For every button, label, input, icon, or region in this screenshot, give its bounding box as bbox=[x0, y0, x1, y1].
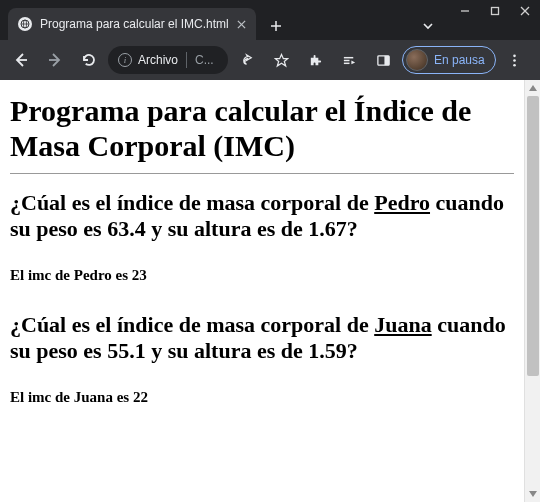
omnibox-separator bbox=[186, 52, 187, 68]
svg-marker-23 bbox=[529, 85, 537, 91]
browser-tab[interactable]: Programa para calcular el IMC.html bbox=[8, 8, 256, 40]
address-bar[interactable]: i Archivo C... bbox=[108, 46, 228, 74]
r-text: es bbox=[113, 389, 133, 405]
profile-status-label: En pausa bbox=[434, 53, 485, 67]
forward-button[interactable] bbox=[40, 45, 70, 75]
back-button[interactable] bbox=[6, 45, 36, 75]
q-text: ¿Cúal es el índice de masa corporal de bbox=[10, 312, 374, 337]
q-text: ¿Cúal es el índice de masa corporal de bbox=[10, 190, 374, 215]
profile-chip[interactable]: En pausa bbox=[402, 46, 496, 74]
svg-point-22 bbox=[513, 63, 516, 66]
q-name: Pedro bbox=[374, 190, 430, 215]
q-height: 1.67 bbox=[308, 216, 347, 241]
r-imc: 23 bbox=[132, 267, 147, 283]
extensions-button[interactable] bbox=[300, 45, 330, 75]
q-text: ? bbox=[347, 216, 358, 241]
content-viewport: Programa para calcular el Índice de Masa… bbox=[0, 80, 540, 502]
tab-close-button[interactable] bbox=[237, 20, 246, 29]
share-button[interactable] bbox=[232, 45, 262, 75]
url-scheme: Archivo bbox=[138, 53, 178, 67]
scroll-up-arrow-icon[interactable] bbox=[525, 80, 540, 96]
reload-button[interactable] bbox=[74, 45, 104, 75]
svg-marker-24 bbox=[529, 491, 537, 497]
q-weight: 55.1 bbox=[107, 338, 146, 363]
r-text: es bbox=[112, 267, 132, 283]
q-text: y su altura es de bbox=[146, 338, 309, 363]
window-controls bbox=[450, 0, 540, 22]
svg-rect-1 bbox=[492, 8, 499, 15]
svg-rect-19 bbox=[384, 55, 389, 64]
r-text: El imc de bbox=[10, 389, 74, 405]
vertical-scrollbar[interactable] bbox=[524, 80, 540, 502]
r-imc: 22 bbox=[133, 389, 148, 405]
new-tab-button[interactable] bbox=[262, 12, 290, 40]
profile-avatar-icon bbox=[406, 49, 428, 71]
r-text: El imc de bbox=[10, 267, 74, 283]
q-height: 1.59 bbox=[308, 338, 347, 363]
window-maximize-button[interactable] bbox=[480, 0, 510, 22]
window-minimize-button[interactable] bbox=[450, 0, 480, 22]
q-text: y su altura es de bbox=[146, 216, 309, 241]
page-title: Programa para calcular el Índice de Masa… bbox=[10, 94, 514, 163]
svg-marker-17 bbox=[351, 60, 355, 64]
divider bbox=[10, 173, 514, 174]
result-juana: El imc de Juana es 22 bbox=[10, 389, 514, 406]
globe-favicon-icon bbox=[18, 17, 32, 31]
r-name: Juana bbox=[74, 389, 113, 405]
media-control-button[interactable] bbox=[334, 45, 364, 75]
tab-search-dropdown-button[interactable] bbox=[414, 12, 442, 40]
result-pedro: El imc de Pedro es 23 bbox=[10, 267, 514, 284]
browser-menu-button[interactable] bbox=[500, 45, 530, 75]
scroll-thumb[interactable] bbox=[527, 96, 539, 376]
svg-marker-13 bbox=[275, 54, 287, 66]
window-close-button[interactable] bbox=[510, 0, 540, 22]
q-weight: 63.4 bbox=[107, 216, 146, 241]
browser-toolbar: i Archivo C... En pausa bbox=[0, 40, 540, 80]
url-path: C... bbox=[195, 53, 218, 67]
question-juana: ¿Cúal es el índice de masa corporal de J… bbox=[10, 312, 514, 365]
page-body: Programa para calcular el Índice de Masa… bbox=[0, 80, 524, 502]
tab-title: Programa para calcular el IMC.html bbox=[40, 17, 229, 31]
svg-point-20 bbox=[513, 54, 516, 57]
svg-point-21 bbox=[513, 59, 516, 62]
question-pedro: ¿Cúal es el índice de masa corporal de P… bbox=[10, 190, 514, 243]
side-panel-button[interactable] bbox=[368, 45, 398, 75]
bookmark-button[interactable] bbox=[266, 45, 296, 75]
q-text: ? bbox=[347, 338, 358, 363]
site-info-icon[interactable]: i bbox=[118, 53, 132, 67]
scroll-down-arrow-icon[interactable] bbox=[525, 486, 540, 502]
q-name: Juana bbox=[374, 312, 431, 337]
r-name: Pedro bbox=[74, 267, 112, 283]
